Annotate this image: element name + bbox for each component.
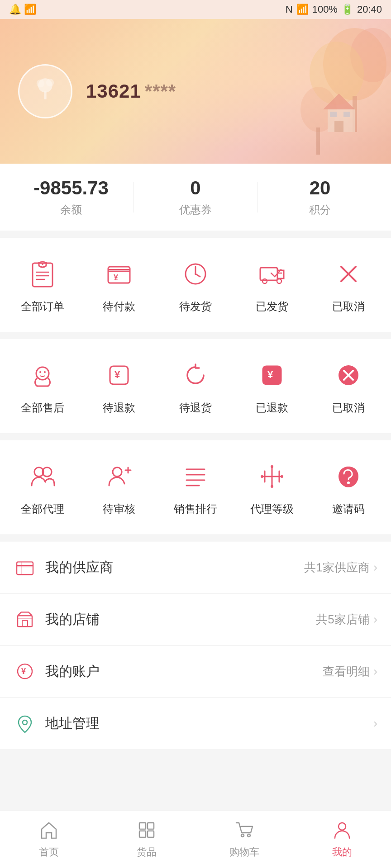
svg-text:¥: ¥ xyxy=(267,369,273,380)
nav-cart[interactable]: 购物车 xyxy=(196,818,293,859)
svg-point-55 xyxy=(271,485,273,488)
svg-rect-9 xyxy=(330,112,337,117)
account-chevron: › xyxy=(373,664,377,679)
notification-icon: 🔔 xyxy=(9,4,21,15)
refunded-button[interactable]: ¥ 已退款 xyxy=(234,357,310,415)
svg-text:¥: ¥ xyxy=(21,667,26,676)
address-title: 地址管理 xyxy=(45,714,373,733)
supplier-title: 我的供应商 xyxy=(45,558,304,577)
all-agents-icon-box xyxy=(24,458,61,495)
pending-refund-icon-box: ¥ xyxy=(101,357,137,393)
address-chevron: › xyxy=(373,716,377,731)
nav-mine[interactable]: 我的 xyxy=(293,818,391,859)
sales-rank-button[interactable]: 销售排行 xyxy=(157,458,234,516)
pending-ship-button[interactable]: 待发货 xyxy=(157,256,234,314)
refunded-label: 已退款 xyxy=(256,401,288,415)
cancelled-sale-label: 已取消 xyxy=(332,401,365,415)
svg-rect-70 xyxy=(148,831,154,837)
address-item[interactable]: 地址管理 › xyxy=(0,698,391,749)
cancelled-button[interactable]: 已取消 xyxy=(310,256,386,314)
goods-nav-label: 货品 xyxy=(137,845,157,859)
pending-review-button[interactable]: 待审核 xyxy=(81,458,157,516)
svg-rect-67 xyxy=(139,823,146,829)
svg-rect-69 xyxy=(139,831,146,837)
account-item[interactable]: ¥ 我的账户 查看明细 › xyxy=(0,646,391,698)
all-agents-button[interactable]: 全部代理 xyxy=(5,458,81,516)
svg-text:¥: ¥ xyxy=(114,369,120,380)
svg-point-32 xyxy=(39,371,41,373)
invite-code-button[interactable]: 邀请码 xyxy=(310,458,386,516)
invite-code-icon xyxy=(334,462,363,491)
mine-nav-icon xyxy=(330,818,354,842)
address-icon xyxy=(14,712,36,735)
svg-rect-62 xyxy=(22,620,28,627)
nav-goods[interactable]: 货品 xyxy=(98,818,196,859)
coupon-label: 优惠券 xyxy=(179,203,212,217)
invite-code-label: 邀请码 xyxy=(332,502,365,516)
svg-text:¥: ¥ xyxy=(114,273,118,282)
store-icon xyxy=(14,608,36,631)
svg-rect-26 xyxy=(260,268,277,280)
pending-review-label: 待审核 xyxy=(103,502,135,516)
svg-point-56 xyxy=(347,481,350,484)
sales-rank-icon xyxy=(181,462,210,491)
battery-icon: 🔋 xyxy=(341,4,353,15)
status-bar: 🔔 📶 N 📶 100% 🔋 20:40 xyxy=(0,0,391,19)
battery-text: 100% xyxy=(312,4,338,15)
supplier-icon xyxy=(14,556,36,579)
shipped-button[interactable]: 已发货 xyxy=(234,256,310,314)
svg-point-72 xyxy=(248,834,250,837)
header-banner: 13621**** xyxy=(0,19,391,164)
aftersale-icon-grid: 全部售后 ¥ 待退款 待退货 xyxy=(0,348,391,424)
mine-nav-label: 我的 xyxy=(332,845,352,859)
stat-balance[interactable]: -9855.73 余额 xyxy=(9,177,133,217)
goods-nav-icon xyxy=(135,818,158,842)
store-right: 共5家店铺 › xyxy=(316,612,377,627)
stat-points[interactable]: 20 积分 xyxy=(258,177,382,217)
all-aftersale-button[interactable]: 全部售后 xyxy=(5,357,81,415)
agent-level-button[interactable]: 代理等级 xyxy=(234,458,310,516)
refunded-icon: ¥ xyxy=(257,361,286,390)
aftersale-section: 全部售后 ¥ 待退款 待退货 xyxy=(0,339,391,433)
pending-return-label: 待退货 xyxy=(179,401,212,415)
shipped-label: 已发货 xyxy=(256,299,288,314)
store-count: 共5家店铺 xyxy=(316,612,369,627)
store-item[interactable]: 我的店铺 共5家店铺 › xyxy=(0,594,391,646)
pending-refund-button[interactable]: ¥ 待退款 xyxy=(81,357,157,415)
time-display: 20:40 xyxy=(357,4,382,15)
pending-pay-button[interactable]: ¥ 待付款 xyxy=(81,256,157,314)
agent-level-icon xyxy=(257,462,286,491)
cancelled-sale-button[interactable]: 已取消 xyxy=(310,357,386,415)
pending-return-icon xyxy=(181,361,210,390)
avatar[interactable] xyxy=(18,64,72,118)
stats-card: -9855.73 余额 0 优惠券 20 积分 xyxy=(0,164,391,231)
pending-pay-icon-box: ¥ xyxy=(101,256,137,292)
supplier-chevron: › xyxy=(373,560,377,575)
cancelled-label: 已取消 xyxy=(332,299,365,314)
pending-refund-icon: ¥ xyxy=(105,361,134,390)
stat-coupon[interactable]: 0 优惠券 xyxy=(134,177,257,217)
pending-return-button[interactable]: 待退货 xyxy=(157,357,234,415)
svg-rect-8 xyxy=(334,121,343,132)
all-agents-icon xyxy=(28,462,57,491)
all-orders-button[interactable]: 全部订单 xyxy=(5,256,81,314)
agent-level-label: 代理等级 xyxy=(250,502,294,516)
store-chevron: › xyxy=(373,612,377,627)
all-orders-icon xyxy=(28,259,57,288)
cancelled-sale-icon xyxy=(334,361,363,390)
svg-point-53 xyxy=(281,475,283,478)
svg-rect-68 xyxy=(148,823,154,829)
all-orders-label: 全部订单 xyxy=(21,299,64,314)
supplier-right: 共1家供应商 › xyxy=(304,560,377,576)
svg-point-41 xyxy=(113,467,122,476)
user-info: 13621**** xyxy=(86,80,176,102)
nav-home[interactable]: 首页 xyxy=(0,818,98,859)
tree-decoration xyxy=(246,19,391,164)
all-orders-icon-box xyxy=(24,256,61,292)
balance-label: 余额 xyxy=(60,203,82,217)
cancelled-sale-icon-box xyxy=(330,357,367,393)
account-title: 我的账户 xyxy=(45,662,323,681)
svg-rect-12 xyxy=(44,91,46,99)
supplier-item[interactable]: 我的供应商 共1家供应商 › xyxy=(0,542,391,594)
pending-ship-icon-box xyxy=(177,256,214,292)
